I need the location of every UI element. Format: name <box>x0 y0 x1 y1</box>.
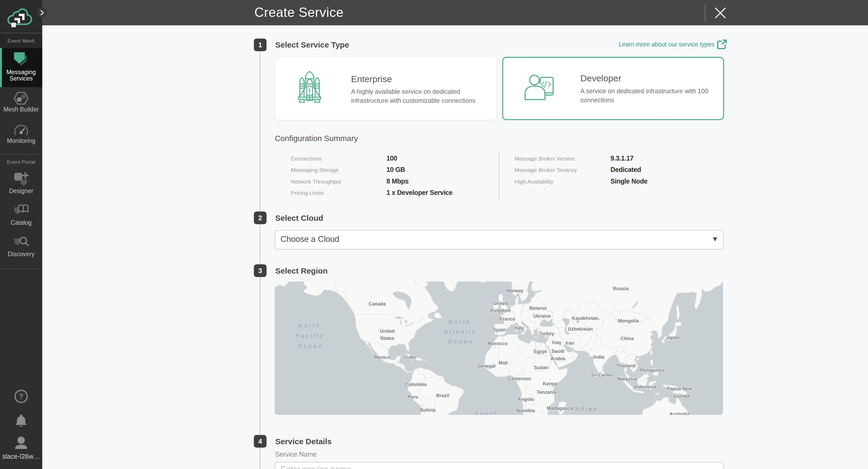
svg-text:Tanzania: Tanzania <box>536 389 557 395</box>
svg-text:Iraq: Iraq <box>552 340 561 345</box>
svg-text:United: United <box>493 301 508 306</box>
svg-text:Atlantic: Atlantic <box>443 329 477 335</box>
svg-text:France: France <box>499 316 515 322</box>
svg-text:Mongolia: Mongolia <box>618 318 639 323</box>
svg-text:Arabia: Arabia <box>551 356 565 361</box>
svg-text:Egypt: Egypt <box>534 349 547 354</box>
svg-text:Mexico: Mexico <box>374 355 390 360</box>
svg-text:Canada: Canada <box>369 301 386 307</box>
svg-text:Saudi: Saudi <box>551 349 564 354</box>
svg-text:Indonesia: Indonesia <box>634 384 657 389</box>
svg-text:Japan: Japan <box>666 335 679 340</box>
svg-text:Madagascar: Madagascar <box>547 406 574 411</box>
svg-text:Malaysia: Malaysia <box>617 376 637 382</box>
svg-text:Australia: Australia <box>669 411 690 415</box>
svg-text:Mali: Mali <box>498 360 508 366</box>
svg-text:South: South <box>475 410 498 415</box>
svg-text:Kazakhstan: Kazakhstan <box>572 316 598 321</box>
svg-text:Kingdom: Kingdom <box>490 308 511 313</box>
svg-text:China: China <box>620 336 634 341</box>
svg-text:Thailand: Thailand <box>616 363 636 368</box>
svg-text:Sri Lanka: Sri Lanka <box>591 372 612 378</box>
svg-text:Sudan: Sudan <box>534 365 548 370</box>
svg-text:Ukraine: Ukraine <box>533 313 551 319</box>
svg-text:Cuba: Cuba <box>404 354 416 360</box>
svg-text:India: India <box>593 354 604 360</box>
svg-text:Norway: Norway <box>506 288 523 293</box>
svg-text:Bolivia: Bolivia <box>420 407 436 413</box>
svg-text:Guinea: Guinea <box>673 394 690 399</box>
svg-text:Spain: Spain <box>493 327 506 333</box>
svg-text:Senegal: Senegal <box>477 363 495 369</box>
svg-text:Russia: Russia <box>613 286 629 291</box>
svg-text:Belarus: Belarus <box>529 306 547 311</box>
svg-text:Namibia: Namibia <box>517 408 535 413</box>
svg-text:Iran: Iran <box>565 340 574 346</box>
svg-text:Colombia: Colombia <box>405 382 427 387</box>
svg-text:Papua New: Papua New <box>667 386 692 392</box>
svg-text:Turkey: Turkey <box>539 331 554 336</box>
svg-text:Indian: Indian <box>572 406 598 412</box>
svg-text:?: ? <box>19 392 24 401</box>
svg-text:North: North <box>448 319 471 325</box>
svg-text:States: States <box>380 336 394 341</box>
svg-text:North: North <box>298 322 321 329</box>
svg-text:Brazil: Brazil <box>436 393 449 398</box>
svg-text:Italy: Italy <box>515 325 524 331</box>
svg-text:United: United <box>380 329 395 334</box>
svg-text:Kenya: Kenya <box>543 381 557 386</box>
svg-text:Philippines: Philippines <box>640 368 665 373</box>
svg-text:Ocean: Ocean <box>298 343 323 349</box>
svg-text:Ocean: Ocean <box>448 338 474 344</box>
svg-text:Pacific: Pacific <box>295 333 324 339</box>
svg-text:Morocco: Morocco <box>488 341 507 346</box>
svg-text:Uzbekistan: Uzbekistan <box>568 326 593 332</box>
svg-text:Angola: Angola <box>518 397 534 402</box>
svg-text:Cameroon: Cameroon <box>507 376 531 381</box>
svg-text:Peru: Peru <box>408 394 418 400</box>
